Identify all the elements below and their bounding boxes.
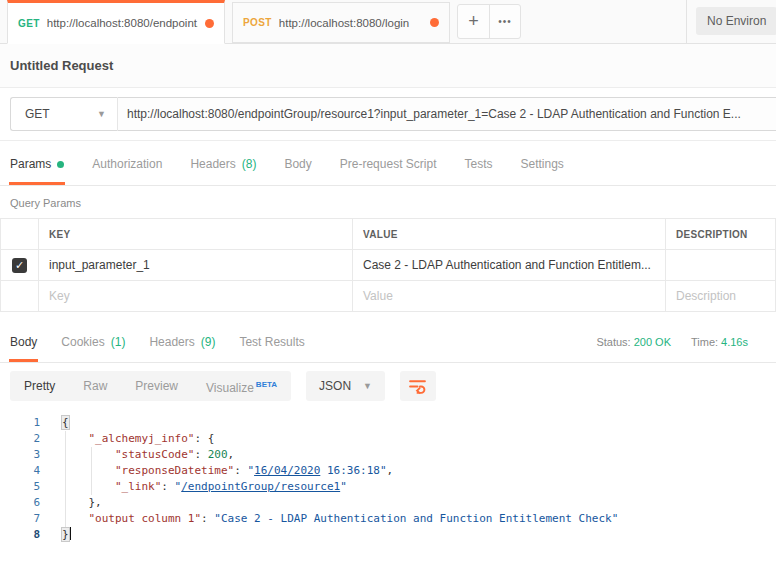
line-number: 1 <box>0 415 40 431</box>
code-segment: " <box>380 464 387 477</box>
time-badge: Time:4.16s <box>691 336 748 348</box>
code-text: "_alchemyj_info": { <box>40 431 214 447</box>
line-number: 5 <box>0 479 40 495</box>
tab-label: Pre-request Script <box>340 157 437 171</box>
tab-authorization[interactable]: Authorization <box>92 157 162 185</box>
line-number: 3 <box>0 447 40 463</box>
code-text: }, <box>40 495 102 511</box>
param-description-cell[interactable] <box>666 250 776 281</box>
chevron-down-icon: ▼ <box>97 110 106 119</box>
params-active-dot-icon <box>57 161 64 168</box>
code-segment: : <box>161 480 174 493</box>
url-row: GET ▼ http://localhost:8080/endpointGrou… <box>0 88 776 141</box>
code-segment: " <box>340 480 347 493</box>
code-line: 5 "_link": "/endpointGroup/resource1" <box>0 479 776 495</box>
format-dropdown[interactable]: JSON ▼ <box>306 371 385 401</box>
tab-body[interactable]: Body <box>284 157 311 185</box>
code-lines: 1{2 "_alchemyj_info": {3 "statusCode": 2… <box>0 415 776 543</box>
view-mode-visualize[interactable]: VisualizeBETA <box>192 370 291 403</box>
param-key-input[interactable]: Key <box>39 281 353 312</box>
code-segment: "statusCode" <box>115 448 194 461</box>
code-line: 6 }, <box>0 495 776 511</box>
response-tab-body[interactable]: Body <box>10 321 37 362</box>
indent-guide <box>91 447 92 495</box>
response-tab-test-results[interactable]: Test Results <box>239 321 304 362</box>
code-text: "responseDatetime": "16/04/2020 16:36:18… <box>40 463 393 479</box>
view-mode-raw[interactable]: Raw <box>69 371 121 401</box>
chevron-down-icon: ▼ <box>363 382 372 391</box>
code-segment: : <box>234 464 247 477</box>
tab-label: Settings <box>521 157 564 171</box>
response-view-toolbar: Pretty Raw Preview VisualizeBETA JSON ▼ <box>0 363 776 409</box>
code-segment: 16/04/2020 <box>254 464 320 477</box>
code-text: "statusCode": 200, <box>40 447 234 463</box>
method-dropdown[interactable]: GET ▼ <box>10 97 118 131</box>
row-checkbox-cell: ✓ <box>1 250 39 281</box>
code-segment: 200 <box>208 448 228 461</box>
tab-tests[interactable]: Tests <box>464 157 492 185</box>
param-value-cell[interactable]: Case 2 - LDAP Authentication and Functio… <box>353 250 666 281</box>
tab-headers[interactable]: Headers (8) <box>190 157 256 185</box>
tab-actions: + ••• <box>457 4 521 39</box>
code-line: 8} <box>0 527 776 543</box>
code-segment <box>62 480 115 493</box>
code-segment: "responseDatetime" <box>115 464 234 477</box>
tab-label: Test Results <box>239 335 304 349</box>
tab-title: http://localhost:8080/login <box>279 17 423 29</box>
new-tab-button[interactable]: + <box>458 5 489 38</box>
query-params-table: KEY VALUE DESCRIPTION ✓ input_parameter_… <box>0 218 776 312</box>
query-params-label: Query Params <box>0 186 776 218</box>
request-tabs: Params Authorization Headers (8) Body Pr… <box>0 141 776 186</box>
url-input[interactable]: http://localhost:8080/endpointGroup/reso… <box>118 97 776 131</box>
request-title-row: Untitled Request <box>0 44 776 88</box>
environment-selector[interactable]: No Environ <box>696 7 776 35</box>
line-number: 4 <box>0 463 40 479</box>
method-badge: POST <box>243 17 272 28</box>
request-tab-get-endpoint[interactable]: GET http://localhost:8080/endpoint... <box>7 0 225 44</box>
tab-params[interactable]: Params <box>10 157 64 185</box>
request-tab-post-login[interactable]: POST http://localhost:8080/login <box>232 2 450 43</box>
table-header-row: KEY VALUE DESCRIPTION <box>1 219 776 250</box>
tab-label: Tests <box>464 157 492 171</box>
code-segment: } <box>62 528 69 541</box>
column-header-key: KEY <box>39 219 353 250</box>
param-description-input[interactable]: Description <box>666 281 776 312</box>
code-text: "_link": "/endpointGroup/resource1" <box>40 479 347 495</box>
tab-settings[interactable]: Settings <box>521 157 564 185</box>
param-key-cell[interactable]: input_parameter_1 <box>39 250 353 281</box>
view-mode-pretty[interactable]: Pretty <box>10 371 69 401</box>
tab-options-button[interactable]: ••• <box>489 5 520 38</box>
code-line: 1{ <box>0 415 776 431</box>
row-checkbox[interactable]: ✓ <box>12 258 27 273</box>
tab-count: (8) <box>242 157 257 171</box>
code-segment: : <box>194 432 207 445</box>
response-body-editor[interactable]: 1{2 "_alchemyj_info": {3 "statusCode": 2… <box>0 409 776 543</box>
tab-label: Authorization <box>92 157 162 171</box>
response-tab-headers[interactable]: Headers (9) <box>149 321 215 362</box>
select-all-column <box>1 219 39 250</box>
page-title: Untitled Request <box>10 58 113 73</box>
tab-label: Headers <box>190 157 235 171</box>
param-value-input[interactable]: Value <box>353 281 666 312</box>
format-value: JSON <box>319 379 351 393</box>
code-segment: "_link" <box>115 480 161 493</box>
view-mode-preview[interactable]: Preview <box>121 371 192 401</box>
beta-badge: BETA <box>256 380 277 389</box>
unsaved-dot-icon <box>430 18 439 27</box>
code-text: "output column 1": "Case 2 - LDAP Authen… <box>40 511 618 527</box>
code-segment: "Case 2 - LDAP Authentication and Functi… <box>214 512 618 525</box>
indent-guide <box>65 431 66 527</box>
code-segment <box>62 464 115 477</box>
code-segment: "_alchemyj_info" <box>89 432 195 445</box>
wrap-lines-button[interactable] <box>400 371 436 401</box>
table-row-placeholder: Key Value Description <box>1 281 776 312</box>
code-line: 2 "_alchemyj_info": { <box>0 431 776 447</box>
environment-area: No Environ <box>686 0 776 43</box>
tab-prerequest-script[interactable]: Pre-request Script <box>340 157 437 185</box>
response-tab-cookies[interactable]: Cookies (1) <box>61 321 125 362</box>
code-line: 7 "output column 1": "Case 2 - LDAP Auth… <box>0 511 776 527</box>
tab-count: (1) <box>111 335 126 349</box>
response-tabs: Body Cookies (1) Headers (9) Test Result… <box>0 321 776 363</box>
window-tab-strip: GET http://localhost:8080/endpoint... PO… <box>0 0 776 44</box>
code-segment: }, <box>89 496 102 509</box>
